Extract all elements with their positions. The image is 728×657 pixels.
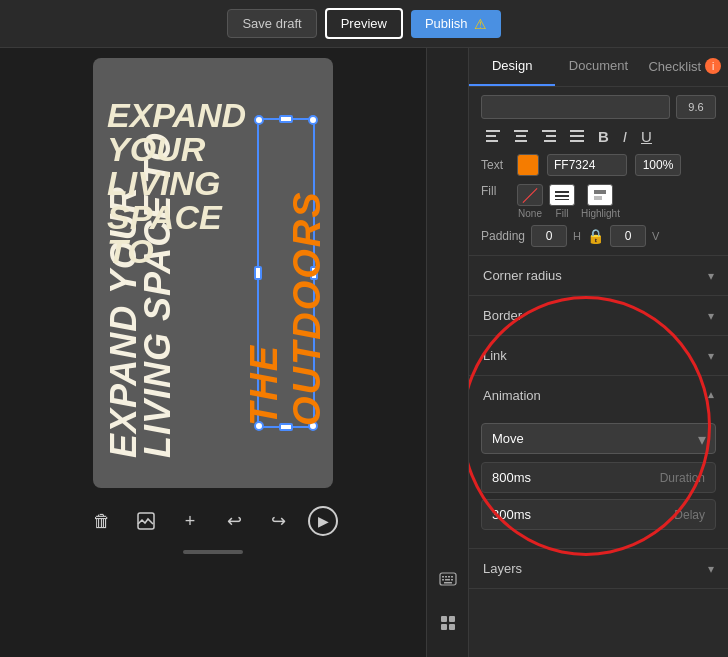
- fill-lines-icon: [555, 190, 569, 200]
- bold-button[interactable]: B: [593, 125, 614, 148]
- fill-none-button[interactable]: None: [517, 184, 543, 219]
- padding-v-input[interactable]: [610, 225, 646, 247]
- svg-rect-15: [515, 140, 527, 142]
- checklist-badge: i: [705, 58, 721, 74]
- svg-rect-14: [516, 135, 526, 137]
- corner-radius-header[interactable]: Corner radius ▾: [469, 256, 728, 295]
- layers-title: Layers: [483, 561, 522, 576]
- main-content: EXPAND YOURLIVING SPACE TO EXPAND YOUR L…: [0, 48, 728, 657]
- link-header[interactable]: Link ▾: [469, 336, 728, 375]
- preview-button[interactable]: Preview: [325, 8, 403, 39]
- canvas-text-line1: EXPAND: [107, 98, 257, 132]
- layers-section: Layers ▾: [469, 549, 728, 589]
- svg-rect-20: [570, 135, 584, 137]
- corner-radius-section: Corner radius ▾: [469, 256, 728, 296]
- text-formatting-section: 9.6 B I: [469, 87, 728, 256]
- link-chevron: ▾: [708, 349, 714, 363]
- fill-highlight-label: Highlight: [581, 208, 620, 219]
- fill-highlight-button[interactable]: Highlight: [581, 184, 620, 219]
- keyboard-icon-button[interactable]: [434, 565, 462, 593]
- grid-icon: [441, 616, 455, 630]
- keyboard-icon: [439, 572, 457, 586]
- layers-header[interactable]: Layers ▾: [469, 549, 728, 588]
- play-button[interactable]: ▶: [308, 506, 338, 536]
- padding-h-input[interactable]: [531, 225, 567, 247]
- canvas[interactable]: EXPAND YOURLIVING SPACE TO EXPAND YOUR L…: [93, 58, 333, 488]
- text-color-swatch[interactable]: [517, 154, 539, 176]
- padding-label: Padding: [481, 229, 525, 243]
- lock-icon[interactable]: 🔒: [587, 228, 604, 244]
- canvas-orange-text: THE OUTDOORS: [243, 120, 329, 426]
- hex-input[interactable]: [547, 154, 627, 176]
- add-element-button[interactable]: +: [176, 507, 204, 535]
- opacity-input[interactable]: [635, 154, 681, 176]
- alignment-row: B I U: [481, 125, 716, 148]
- scroll-indicator: [183, 550, 243, 554]
- border-chevron: ▾: [708, 309, 714, 323]
- redo-button[interactable]: ↪: [264, 507, 292, 535]
- svg-rect-19: [570, 130, 584, 132]
- undo-button[interactable]: ↩: [220, 507, 248, 535]
- fill-highlight-icon: [587, 184, 613, 206]
- corner-radius-chevron: ▾: [708, 269, 714, 283]
- align-right-button[interactable]: [537, 125, 561, 148]
- fill-buttons: None Fill: [517, 184, 620, 219]
- panel-content: 9.6 B I: [469, 87, 728, 589]
- canvas-text-line4: SPACE TO: [107, 200, 257, 268]
- animation-delay-value: 300ms: [492, 507, 674, 522]
- svg-rect-10: [486, 130, 500, 132]
- highlight-icon: [592, 188, 608, 202]
- svg-rect-24: [555, 199, 569, 200]
- svg-rect-6: [442, 579, 444, 581]
- layers-chevron: ▾: [708, 562, 714, 576]
- animation-header[interactable]: Animation ▾: [469, 376, 728, 415]
- svg-rect-26: [594, 190, 606, 194]
- svg-rect-23: [555, 195, 569, 197]
- animation-chevron: ▾: [708, 389, 714, 403]
- svg-rect-27: [594, 196, 602, 200]
- selected-text-element[interactable]: THE OUTDOORS: [257, 118, 315, 428]
- publish-button[interactable]: Publish ⚠: [411, 10, 501, 38]
- fill-none-icon: [517, 184, 543, 206]
- svg-rect-12: [486, 140, 498, 142]
- align-center-button[interactable]: [509, 125, 533, 148]
- svg-rect-7: [445, 579, 450, 581]
- svg-rect-2: [442, 576, 444, 578]
- text-label: Text: [481, 158, 509, 172]
- tab-document[interactable]: Document: [555, 48, 641, 86]
- svg-rect-4: [448, 576, 450, 578]
- animation-type-select[interactable]: Move: [481, 423, 716, 454]
- align-left-button[interactable]: [481, 125, 505, 148]
- publish-label: Publish: [425, 16, 468, 31]
- svg-rect-17: [546, 135, 556, 137]
- tab-design[interactable]: Design: [469, 48, 555, 86]
- animation-duration-value: 800ms: [492, 470, 660, 485]
- left-icon-strip: [426, 48, 468, 657]
- italic-button[interactable]: I: [618, 125, 632, 148]
- underline-button[interactable]: U: [636, 125, 657, 148]
- border-header[interactable]: Border ▾: [469, 296, 728, 335]
- fill-fill-label: Fill: [556, 208, 569, 219]
- animation-duration-row[interactable]: 800ms Duration: [481, 462, 716, 493]
- fill-solid-icon: [549, 184, 575, 206]
- fill-solid-button[interactable]: Fill: [549, 184, 575, 219]
- svg-rect-16: [542, 130, 556, 132]
- svg-rect-11: [486, 135, 496, 137]
- fill-label: Fill: [481, 184, 509, 198]
- delete-button[interactable]: 🗑: [88, 507, 116, 535]
- save-draft-button[interactable]: Save draft: [227, 9, 316, 38]
- add-image-button[interactable]: [132, 507, 160, 535]
- svg-rect-18: [544, 140, 556, 142]
- canvas-toolbar: 🗑 + ↩ ↪ ▶: [88, 496, 338, 546]
- canvas-area: EXPAND YOURLIVING SPACE TO EXPAND YOUR L…: [0, 48, 426, 657]
- grid-icon-button[interactable]: [434, 609, 462, 637]
- animation-delay-row[interactable]: 300ms Delay: [481, 499, 716, 530]
- panel-tabs: Design Document Checklist i: [469, 48, 728, 87]
- link-title: Link: [483, 348, 507, 363]
- publish-warning-icon: ⚠: [474, 16, 487, 32]
- svg-rect-9: [444, 582, 452, 584]
- tab-checklist[interactable]: Checklist i: [642, 48, 728, 86]
- align-justify-button[interactable]: [565, 125, 589, 148]
- svg-rect-22: [555, 191, 569, 193]
- canvas-text-line3: LIVING: [107, 166, 257, 200]
